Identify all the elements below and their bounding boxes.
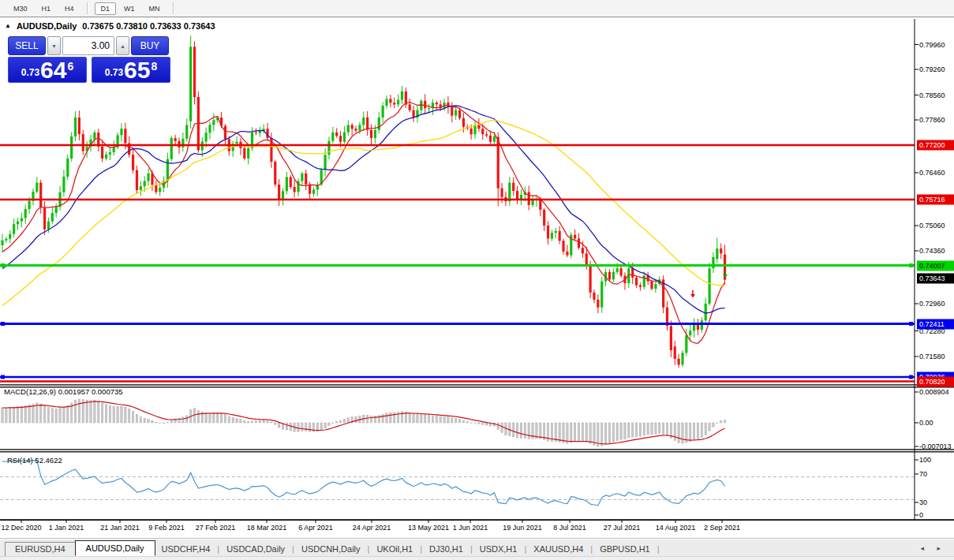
date-axis-tick-label: 24 Apr 2021 bbox=[353, 524, 391, 532]
price-axis-tick-label: 0.79960 bbox=[919, 41, 945, 49]
rsi-axis-tick-label: 70 bbox=[919, 470, 927, 478]
buy-price-pip: 8 bbox=[151, 60, 157, 73]
timeframe-d1-button[interactable]: D1 bbox=[95, 2, 117, 15]
sell-button[interactable]: SELL bbox=[8, 36, 46, 55]
macd-histogram bbox=[2, 399, 726, 446]
timeframe-toolbar: M30H1H4D1W1MN bbox=[0, 0, 954, 17]
line-handle bbox=[1, 375, 5, 379]
price-axis-tick-label: 0.74360 bbox=[919, 247, 945, 255]
sell-price-pip: 6 bbox=[67, 60, 73, 73]
current-price-tag: 0.73643 bbox=[917, 274, 954, 284]
trade-arrow-marker bbox=[690, 294, 695, 298]
price-axis-tick-label: 0.79260 bbox=[919, 65, 945, 73]
buy-button[interactable]: BUY bbox=[131, 36, 169, 55]
hline-price-tag: 0.74007 bbox=[917, 260, 954, 271]
hline-price-tag: 0.70820 bbox=[917, 376, 954, 386]
date-axis-tick-label: 19 Jun 2021 bbox=[503, 524, 542, 532]
line-handle bbox=[909, 375, 913, 379]
chart-tab-bar: EURUSD,H4AUDUSD,DailyUSDCHF,H4|USDCAD,Da… bbox=[0, 539, 954, 556]
status-bar bbox=[0, 556, 954, 560]
hline-price-tag: 0.75716 bbox=[917, 195, 954, 205]
mt4-window: M30H1H4D1W1MN 0.799600.792600.785600.778… bbox=[0, 0, 954, 560]
date-axis-tick-label: 13 May 2021 bbox=[408, 524, 449, 532]
collapse-chart-icon[interactable]: ▲ bbox=[5, 23, 11, 29]
line-handle bbox=[909, 322, 913, 326]
chart-tab-xauusd[interactable]: XAUUSD,H4 bbox=[526, 543, 590, 556]
line-handle bbox=[909, 263, 913, 267]
sell-price-prefix: 0.73 bbox=[21, 67, 39, 78]
price-axis-tick-label: 0.76460 bbox=[919, 169, 945, 177]
chart-symbol-period: AUDUSD,Daily bbox=[17, 21, 77, 31]
price-axis-tick-label: 0.77860 bbox=[919, 116, 945, 124]
chart-tab-ukoil[interactable]: UKOil,H1 bbox=[369, 543, 420, 556]
date-axis-tick-label: 9 Feb 2021 bbox=[148, 524, 185, 532]
chart-tab-audusd[interactable]: AUDUSD,Daily bbox=[75, 540, 155, 556]
timeframe-w1-button[interactable]: W1 bbox=[118, 2, 141, 15]
timeframe-h4-button[interactable]: H4 bbox=[58, 2, 80, 15]
hline-price-tag: 0.72411 bbox=[917, 319, 954, 329]
chart-canvas[interactable] bbox=[0, 0, 954, 560]
macd-panel-title: MACD(12,26,9) 0.001957 0.000735 bbox=[4, 387, 123, 396]
timeframe-group: M30H1H4D1W1MN bbox=[6, 2, 180, 15]
date-axis-tick-label: 18 Mar 2021 bbox=[247, 524, 287, 532]
sma-8-line bbox=[2, 103, 725, 344]
lot-size-input[interactable] bbox=[62, 36, 114, 55]
date-axis-tick-label: 2 Sep 2021 bbox=[704, 524, 740, 532]
macd-axis-tick-label: -0.007013 bbox=[919, 442, 952, 450]
rsi-panel-title: RSI(14) 52.4622 bbox=[7, 456, 62, 465]
timeframe-m30-button[interactable]: M30 bbox=[7, 2, 34, 15]
chart-ohlc-values: 0.73675 0.73810 0.73633 0.73643 bbox=[82, 21, 215, 31]
date-axis-tick-label: 6 Apr 2021 bbox=[298, 524, 333, 532]
line-handle bbox=[1, 263, 5, 267]
rsi-axis-tick-label: 30 bbox=[919, 498, 927, 506]
panel-separator bbox=[0, 449, 954, 450]
chart-tab-list: EURUSD,H4AUDUSD,DailyUSDCHF,H4|USDCAD,Da… bbox=[5, 540, 660, 556]
tab-scroll-arrows[interactable]: ◂ ▸ bbox=[920, 544, 946, 556]
rsi-axis-tick-label: 0 bbox=[919, 511, 923, 519]
hline-price-tag: 0.77200 bbox=[917, 140, 954, 151]
buy-price-big: 65 bbox=[124, 58, 150, 81]
sell-price-box[interactable]: 0.73 64 6 bbox=[8, 57, 87, 83]
macd-axis-tick-label: 0.008904 bbox=[919, 388, 949, 396]
price-axis-tick-label: 0.75060 bbox=[919, 222, 945, 230]
line-handle bbox=[1, 322, 5, 326]
rsi-axis-tick-label: 100 bbox=[919, 456, 931, 464]
price-axis-tick-label: 0.78560 bbox=[919, 91, 945, 99]
panel-separator bbox=[0, 384, 954, 385]
date-axis-tick-label: 8 Jul 2021 bbox=[553, 524, 586, 532]
rsi-line bbox=[2, 461, 725, 506]
date-axis-tick-label: 1 Jan 2021 bbox=[49, 524, 84, 532]
buy-price-prefix: 0.73 bbox=[105, 67, 123, 78]
panel-separator bbox=[0, 519, 954, 521]
macd-axis-tick-label: 0.00 bbox=[919, 419, 933, 427]
date-axis-tick-label: 21 Jan 2021 bbox=[100, 524, 140, 532]
tab-divider: | bbox=[657, 544, 660, 556]
chart-tab-gbpusd[interactable]: GBPUSD,H1 bbox=[593, 543, 657, 556]
timeframe-h1-button[interactable]: H1 bbox=[36, 2, 58, 15]
price-axis-tick-label: 0.71580 bbox=[919, 353, 945, 360]
candles-layer bbox=[1, 35, 726, 368]
sell-price-big: 64 bbox=[40, 58, 66, 81]
date-axis-tick-label: 27 Feb 2021 bbox=[196, 524, 236, 532]
chart-tab-usdcnh[interactable]: USDCNH,Daily bbox=[294, 543, 368, 556]
chart-tab-usdx[interactable]: USDX,H1 bbox=[473, 543, 525, 556]
chart-title: ▲ AUDUSD,Daily 0.73675 0.73810 0.73633 0… bbox=[5, 21, 215, 31]
date-axis-tick-label: 12 Dec 2020 bbox=[1, 524, 41, 532]
price-axis-tick-label: 0.72960 bbox=[919, 300, 945, 308]
date-axis-tick-label: 14 Aug 2021 bbox=[656, 524, 696, 532]
one-click-trading-panel: SELL ▼ ▲ BUY 0.73 64 6 0.73 65 8 bbox=[8, 36, 170, 83]
date-axis-tick-label: 1 Jun 2021 bbox=[453, 524, 488, 532]
date-axis-tick-label: 27 Jul 2021 bbox=[604, 524, 641, 532]
sma-20-line bbox=[2, 106, 725, 313]
toolbar-separator bbox=[173, 2, 174, 14]
lot-decrease-button[interactable]: ▼ bbox=[47, 36, 61, 55]
chart-tab-usdcad[interactable]: USDCAD,Daily bbox=[219, 543, 292, 556]
chart-tab-dj30[interactable]: DJ30,H1 bbox=[422, 543, 470, 556]
panel-separator bbox=[0, 386, 954, 387]
lot-increase-button[interactable]: ▲ bbox=[116, 36, 129, 55]
timeframe-mn-button[interactable]: MN bbox=[143, 2, 166, 15]
buy-price-box[interactable]: 0.73 65 8 bbox=[92, 57, 170, 83]
chart-tab-eurusd[interactable]: EURUSD,H4 bbox=[5, 542, 76, 556]
chart-tab-usdchf[interactable]: USDCHF,H4 bbox=[155, 543, 218, 556]
panel-separator bbox=[0, 451, 954, 452]
